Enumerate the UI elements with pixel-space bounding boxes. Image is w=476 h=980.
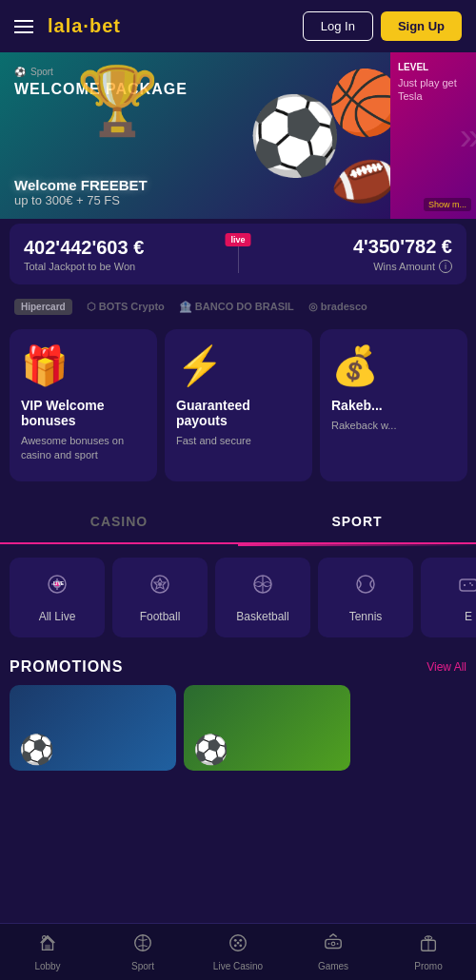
hero-section: ⚽ Sport WELCOME PACKAGE 🏆 ⚽ 🏀 🏈 Welcome … bbox=[0, 52, 476, 219]
svg-point-10 bbox=[158, 582, 162, 586]
svg-point-31 bbox=[328, 943, 330, 945]
sport-categories: LIVE All Live Football Basketball bbox=[0, 546, 476, 649]
svg-point-24 bbox=[234, 939, 237, 942]
svg-point-32 bbox=[337, 943, 339, 945]
nav-promo[interactable]: Promo bbox=[381, 924, 476, 980]
tab-sport[interactable]: SPORT bbox=[238, 500, 476, 542]
nav-live-casino[interactable]: Live Casino bbox=[190, 924, 286, 980]
svg-point-30 bbox=[331, 942, 335, 946]
promo-label: Promo bbox=[414, 961, 442, 971]
logo-text: lala bbox=[48, 15, 83, 36]
promo-icon bbox=[418, 932, 439, 958]
main-tabs: CASINO SPORT bbox=[0, 500, 476, 544]
view-all-button[interactable]: View All bbox=[426, 660, 466, 674]
svg-point-28 bbox=[237, 942, 240, 945]
promo-card-1[interactable]: ⚽ bbox=[10, 685, 176, 771]
jackpot-section: live 402'442'603 € Total Jackpot to be W… bbox=[10, 224, 466, 284]
sport-label: Sport bbox=[131, 961, 154, 971]
feature-payouts-desc: Fast and secure bbox=[176, 434, 301, 448]
svg-point-27 bbox=[239, 944, 242, 947]
jackpot-label: Total Jackpot to be Won bbox=[24, 261, 224, 272]
basketball-label: Basketball bbox=[236, 610, 288, 623]
lobby-label: Lobby bbox=[34, 961, 60, 971]
games-label: Games bbox=[318, 961, 348, 971]
login-button[interactable]: Log In bbox=[303, 11, 373, 41]
feature-vip-desc: Awesome bonuses on casino and sport bbox=[21, 434, 146, 463]
sport-cat-tennis[interactable]: Tennis bbox=[318, 558, 413, 637]
nav-lobby[interactable]: Lobby bbox=[0, 924, 95, 980]
casino-icon bbox=[228, 932, 248, 958]
money-icon: 💰 bbox=[331, 343, 456, 388]
freebet-amount: up to 300€ + 75 FS bbox=[14, 193, 148, 207]
svg-point-18 bbox=[469, 582, 471, 584]
tennis-label: Tennis bbox=[349, 610, 383, 623]
side-level: LEVEL bbox=[398, 62, 468, 72]
freebet-label: Welcome FREEBET bbox=[14, 177, 148, 193]
features-section: 🎁 VIP Welcome bonuses Awesome bonuses on… bbox=[0, 324, 476, 491]
sport-cat-football[interactable]: Football bbox=[112, 558, 208, 637]
hero-side-banner[interactable]: LEVEL Just play get Tesla » Show m... bbox=[390, 52, 476, 219]
logo: lala·bet bbox=[48, 15, 121, 37]
header-left: lala·bet bbox=[14, 15, 121, 37]
football-icon bbox=[149, 572, 171, 602]
bradesco-logo: ◎ bradesco bbox=[308, 301, 367, 313]
chevron-icon: » bbox=[460, 114, 476, 157]
banco-brasil-logo: 🏦 BANCO DO BRASIL bbox=[179, 301, 294, 313]
header-actions: Log In Sign Up bbox=[303, 11, 462, 41]
feature-rakeback: 💰 Rakeb... Rakeback w... bbox=[320, 329, 467, 481]
feature-vip-title: VIP Welcome bonuses bbox=[21, 398, 146, 428]
nav-sport[interactable]: Sport bbox=[95, 924, 190, 980]
promotions-header: PROMOTIONS View All bbox=[10, 658, 466, 676]
sport-cat-esports[interactable]: E bbox=[421, 558, 476, 637]
svg-rect-29 bbox=[326, 939, 342, 948]
signup-button[interactable]: Sign Up bbox=[381, 11, 462, 41]
svg-point-17 bbox=[471, 584, 473, 586]
live-badge: live bbox=[225, 233, 250, 246]
svg-point-26 bbox=[234, 944, 237, 947]
all-live-label: All Live bbox=[39, 610, 76, 623]
live-casino-label: Live Casino bbox=[213, 961, 263, 971]
svg-rect-19 bbox=[45, 945, 50, 951]
esports-icon bbox=[457, 572, 476, 602]
side-text: Just play get Tesla bbox=[398, 76, 468, 104]
lobby-icon bbox=[37, 932, 58, 958]
info-icon[interactable]: i bbox=[439, 260, 452, 273]
feature-rakeback-desc: Rakeback w... bbox=[331, 419, 456, 433]
hero-freebet: Welcome FREEBET up to 300€ + 75 FS bbox=[14, 177, 148, 207]
bots-crypto-logo: ⬡ BOTS Crypto bbox=[87, 301, 165, 313]
sport-nav-icon bbox=[132, 932, 153, 958]
tennis-icon bbox=[354, 572, 377, 602]
games-icon bbox=[323, 932, 344, 958]
promotions-section: PROMOTIONS View All ⚽ ⚽ bbox=[0, 649, 476, 775]
promo-football-icon: ⚽ bbox=[19, 733, 54, 766]
lightning-icon: ⚡ bbox=[176, 343, 301, 388]
gift-icon: 🎁 bbox=[21, 343, 146, 388]
sport-cat-basketball[interactable]: Basketball bbox=[215, 558, 310, 637]
bottom-nav: Lobby Sport Live Casino bbox=[0, 923, 476, 980]
hipercard-logo: Hipercard bbox=[14, 299, 72, 315]
jackpot-total: 402'442'603 € Total Jackpot to be Won bbox=[24, 237, 224, 272]
all-live-icon: LIVE bbox=[46, 572, 69, 602]
promo-sport-icon: ⚽ bbox=[193, 733, 228, 766]
menu-button[interactable] bbox=[14, 20, 33, 33]
sport-cat-all-live[interactable]: LIVE All Live bbox=[10, 558, 105, 637]
svg-rect-14 bbox=[460, 579, 476, 591]
promo-cards: ⚽ ⚽ bbox=[10, 685, 466, 771]
svg-point-13 bbox=[357, 576, 374, 593]
feature-payouts: ⚡ Guaranteed payouts Fast and secure bbox=[165, 329, 312, 481]
basketball-icon: 🏀 bbox=[327, 67, 390, 139]
nav-games[interactable]: Games bbox=[286, 924, 381, 980]
promo-card-2[interactable]: ⚽ bbox=[184, 685, 350, 771]
sport-icon: ⚽ bbox=[14, 67, 26, 77]
svg-point-25 bbox=[239, 939, 242, 942]
feature-payouts-title: Guaranteed payouts bbox=[176, 398, 301, 428]
jackpot-wins: 4'350'782 € Wins Amount i bbox=[253, 236, 453, 273]
basketball-icon-svg bbox=[251, 572, 274, 602]
svg-text:LIVE: LIVE bbox=[53, 580, 65, 586]
hero-main-banner[interactable]: ⚽ Sport WELCOME PACKAGE 🏆 ⚽ 🏀 🏈 Welcome … bbox=[0, 52, 390, 219]
hero-balls: ⚽ 🏀 🏈 bbox=[209, 52, 390, 219]
wins-amount: 4'350'782 € bbox=[253, 236, 453, 258]
tab-casino[interactable]: CASINO bbox=[0, 500, 238, 542]
hero-badge-text: Sport bbox=[30, 67, 53, 77]
promotions-title: PROMOTIONS bbox=[10, 658, 123, 676]
